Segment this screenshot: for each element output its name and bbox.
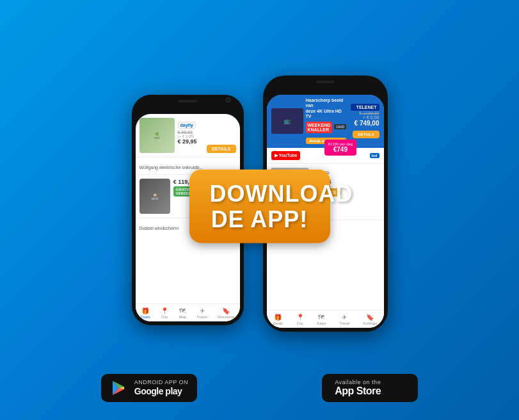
nav-travel-right[interactable]: ✈ Travel <box>339 314 349 325</box>
promo-price-area: TELENET € 1199,00 + € 0,00 € 749,00 DETA… <box>351 104 379 138</box>
promo-text: Haarscherp beeld vandeze 4K Ultra HD TV … <box>306 98 348 145</box>
nav-travel-left[interactable]: ✈ Travel <box>196 307 207 319</box>
google-play-line2: Google play <box>134 385 188 397</box>
nav-city-icon-right: 📍 <box>296 314 304 321</box>
bol-area: bol <box>370 153 379 158</box>
nav-kaart-right[interactable]: 🗺 Kaart <box>317 314 326 325</box>
product-title-text-2: Dubbel windscherm <box>140 226 179 230</box>
nav-discounts-icon-left: 🔖 <box>222 307 230 314</box>
download-line1: DOWNLOAD <box>210 181 310 207</box>
brand-name-1: dayfly <box>180 123 193 127</box>
download-button[interactable]: DOWNLOAD DE APP! <box>189 170 330 243</box>
nav-discounts-label-left: Discounts <box>218 315 234 319</box>
youtube-icon: ▶ <box>275 153 278 158</box>
promo-new-price: € 749,00 <box>351 120 379 127</box>
nav-city-left[interactable]: 📍 City <box>161 307 168 319</box>
nav-kaart-icon-right: 🗺 <box>318 314 324 321</box>
details-button-1[interactable]: DETAILS <box>207 145 236 153</box>
youtube-badge: ▶ YouTube <box>271 151 301 160</box>
google-play-line1: ANDROID APP ON <box>134 379 188 385</box>
price-tag-magenta: €1190 per dag €749 <box>324 140 357 156</box>
nav-kortings-label-right: Kortings <box>363 321 377 325</box>
telenet-logo: TELENET <box>351 104 379 111</box>
nav-deals-icon-right: 🎁 <box>274 314 282 321</box>
app-store-badge[interactable]: Available on the App Store <box>322 374 418 402</box>
new-price-1: € 29,95 <box>178 138 204 145</box>
bottom-nav-left: 🎁 Deals 📍 City 🗺 Map ✈ Travel <box>136 303 240 321</box>
nav-kortings-icon-right: 🔖 <box>366 314 374 321</box>
youtube-label: YouTube <box>279 153 298 158</box>
nav-city-right[interactable]: 📍 City <box>296 314 304 325</box>
nav-city-icon-left: 📍 <box>161 307 168 314</box>
promo-details-btn[interactable]: DETAILS <box>353 131 379 138</box>
nav-deals-right[interactable]: 🎁 Deals <box>273 314 283 325</box>
product-card-1: 🌿tool dayfly € 99,95 (+ € 3,95) € 29,95 … <box>136 114 240 158</box>
brand-badge-1: dayfly <box>178 122 196 129</box>
nav-travel-label-left: Travel <box>196 315 207 319</box>
play-store-svg <box>110 379 128 397</box>
app-store-text: Available on the App Store <box>335 379 381 397</box>
nav-kortings-right[interactable]: 🔖 Kortings <box>363 314 377 325</box>
bol-badge: bol <box>370 153 379 158</box>
nav-map-label-left: Map <box>179 315 186 319</box>
google-play-badge[interactable]: ANDROID APP ON Google play <box>101 374 197 402</box>
bottom-nav-right: 🎁 Deals 📍 City 🗺 Kaart ✈ Travel <box>267 310 384 328</box>
nav-travel-icon-right: ✈ <box>342 314 347 321</box>
old-price-1: € 99,95 <box>178 130 204 134</box>
download-line2: DE APP! <box>210 206 310 232</box>
nav-deals-label-left: Deals <box>141 315 150 319</box>
nav-travel-label-right: Travel <box>339 321 349 325</box>
nav-deals-left[interactable]: 🎁 Deals <box>141 307 150 319</box>
promo-badges: WEEKENDKNALLER UHD <box>306 121 348 133</box>
nav-map-icon-left: 🗺 <box>179 307 186 314</box>
weekend-knaller-badge: WEEKENDKNALLER <box>306 122 333 133</box>
app-store-line1: Available on the <box>335 379 381 385</box>
nav-discounts-left[interactable]: 🔖 Discounts <box>218 307 234 319</box>
google-play-icon <box>109 378 129 398</box>
app-store-line2: App Store <box>335 385 381 397</box>
promo-banner: 📺 Haarscherp beeld vandeze 4K Ultra HD T… <box>267 95 384 148</box>
promo-title: Haarscherp beeld vandeze 4K Ultra HD TV <box>306 98 348 120</box>
nav-kaart-label-right: Kaart <box>317 321 326 325</box>
phone-speaker-left <box>178 100 197 102</box>
phone-speaker-right <box>315 81 335 83</box>
promo-old-price: € 1199,00 <box>351 111 379 115</box>
uhd-badge: UHD <box>334 124 346 129</box>
nav-travel-icon-left: ✈ <box>200 307 205 314</box>
product-title-text-1: Wolfgang elektrische onkruidb... <box>140 165 203 170</box>
main-container: DOWNLOAD DE APP! 📶 🔵 ✦ 10:11 DailyDeals.… <box>0 0 519 420</box>
nav-map-left[interactable]: 🗺 Map <box>179 307 186 319</box>
store-badges-container: ANDROID APP ON Google play Available on … <box>0 374 519 402</box>
product-image-1: 🌿tool <box>140 118 175 153</box>
nav-city-label-left: City <box>161 315 168 319</box>
promo-extra: + € 0,00 <box>351 115 379 120</box>
product-info-1: dayfly € 99,95 (+ € 3,95) € 29,95 <box>178 118 204 145</box>
nav-deals-label-right: Deals <box>273 321 283 325</box>
phone-camera-left <box>226 97 231 102</box>
price-tag-value: €749 <box>333 146 347 153</box>
nav-city-label-right: City <box>297 321 303 325</box>
nav-deals-icon-left: 🎁 <box>141 307 149 314</box>
product-image-2: 🏠wind <box>140 179 170 214</box>
tv-image: 📺 <box>271 108 303 134</box>
google-play-text: ANDROID APP ON Google play <box>134 379 188 397</box>
